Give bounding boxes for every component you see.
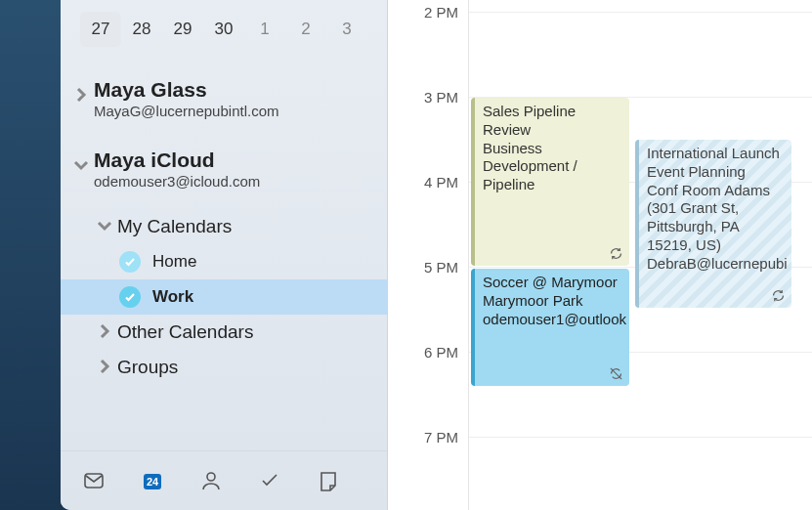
event-launch-planning[interactable]: International Launch Event Planning Conf… [635, 140, 791, 308]
mini-day[interactable]: 3 [326, 12, 367, 47]
calendar-day-view[interactable]: 2 PM 3 PM 4 PM 5 PM 6 PM 7 PM Sales Pipe… [388, 0, 812, 510]
calendar-item-work[interactable]: Work [61, 279, 387, 315]
bottom-nav: 24 [61, 450, 387, 510]
sidebar: 27 28 29 30 1 2 3 Maya Glass MayaG@lucer… [61, 0, 388, 510]
calendar-group-header-groups[interactable]: Groups [61, 350, 387, 385]
notes-icon[interactable] [315, 467, 342, 494]
mini-day[interactable]: 29 [162, 12, 203, 47]
calendar-group-label: Other Calendars [117, 321, 253, 343]
time-label: 4 PM [424, 174, 458, 191]
time-label: 2 PM [424, 4, 458, 21]
event-sales-pipeline[interactable]: Sales Pipeline Review Business Developme… [471, 98, 629, 266]
mini-day[interactable]: 28 [121, 12, 162, 47]
event-subtitle: Business Development / Pipeline [483, 140, 621, 194]
calendar-item-home[interactable]: Home [61, 244, 387, 279]
time-gutter: 2 PM 3 PM 4 PM 5 PM 6 PM 7 PM [388, 0, 468, 510]
account-name: Maya Glass [94, 78, 369, 102]
chevron-right-icon [96, 322, 113, 343]
calendar-check-icon[interactable] [119, 251, 141, 273]
account-name: Maya iCloud [94, 149, 369, 172]
account-row[interactable]: Maya iCloud odemouser3@icloud.com [61, 143, 387, 195]
tasks-icon[interactable] [256, 467, 283, 494]
chevron-right-icon[interactable] [72, 86, 90, 104]
time-label: 7 PM [424, 429, 458, 446]
mail-icon[interactable] [80, 467, 107, 494]
svg-point-2 [207, 473, 215, 481]
time-label: 6 PM [424, 344, 458, 361]
mini-day[interactable]: 27 [80, 12, 121, 47]
event-area[interactable]: Sales Pipeline Review Business Developme… [468, 0, 812, 510]
chevron-right-icon [96, 358, 113, 378]
event-title: Sales Pipeline Review [483, 103, 621, 140]
time-label: 3 PM [424, 89, 458, 106]
people-icon[interactable] [197, 467, 225, 494]
event-attendee: DebraB@lucernepubi [647, 255, 784, 274]
mini-day[interactable]: 30 [203, 12, 244, 47]
event-title: International Launch Event Planning [647, 145, 784, 182]
mini-day[interactable]: 1 [244, 12, 285, 47]
account-list: Maya Glass MayaG@lucernepubintl.com Maya… [61, 64, 387, 450]
sync-icon [609, 246, 623, 261]
calendar-check-icon[interactable] [119, 286, 141, 308]
event-title: Soccer @ Marymoor [483, 274, 621, 292]
event-location: Conf Room Adams (301 Grant St, Pittsburg… [647, 182, 784, 255]
chevron-down-icon[interactable] [72, 156, 90, 174]
calendar-icon-badge: 24 [139, 476, 166, 488]
calendar-group-header-my-calendars[interactable]: My Calendars [61, 209, 387, 244]
calendar-group-label: Groups [117, 357, 178, 378]
calendar-label: Home [152, 252, 196, 272]
calendar-icon[interactable]: 24 [139, 467, 166, 494]
calendar-group-header-other[interactable]: Other Calendars [61, 315, 387, 350]
mini-calendar-week: 27 28 29 30 1 2 3 [61, 0, 387, 64]
account-info: Maya Glass MayaG@lucernepubintl.com [90, 78, 369, 119]
account-email: MayaG@lucernepubintl.com [94, 103, 369, 119]
hour-line [469, 437, 812, 438]
time-label: 5 PM [424, 259, 458, 276]
hour-line [469, 12, 812, 13]
account-email: odemouser3@icloud.com [94, 173, 369, 190]
account-row[interactable]: Maya Glass MayaG@lucernepubintl.com [61, 72, 387, 125]
sync-icon [771, 288, 786, 303]
event-attendee: odemouser1@outlook [483, 311, 621, 329]
event-soccer[interactable]: Soccer @ Marymoor Marymoor Park odemouse… [471, 269, 629, 386]
chevron-down-icon [96, 217, 113, 237]
calendar-label: Work [152, 287, 193, 307]
calendar-group-label: My Calendars [117, 216, 232, 237]
calendar-group: My Calendars Home Work [61, 209, 387, 385]
account-info: Maya iCloud odemouser3@icloud.com [90, 149, 369, 190]
no-sync-icon [609, 366, 623, 381]
event-location: Marymoor Park [483, 292, 621, 311]
mini-day[interactable]: 2 [285, 12, 326, 47]
calendar-app-window: 27 28 29 30 1 2 3 Maya Glass MayaG@lucer… [61, 0, 812, 510]
